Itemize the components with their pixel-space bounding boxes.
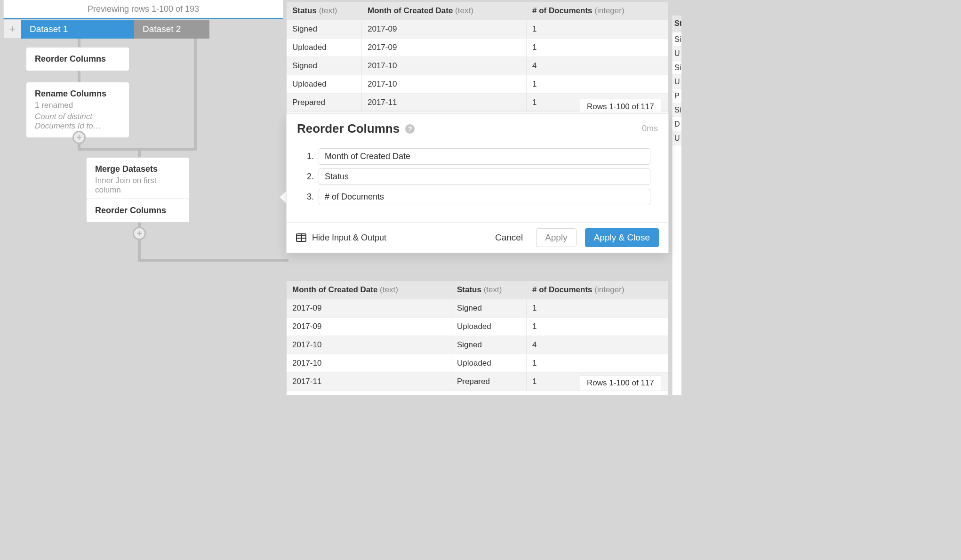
column-header-docs[interactable]: # of Documents (integer): [527, 2, 668, 20]
apply-button[interactable]: Apply: [536, 228, 577, 247]
connector: [138, 148, 197, 151]
cancel-button[interactable]: Cancel: [490, 230, 528, 246]
list-index: 1.: [304, 152, 314, 161]
reorder-list-item: 1. Month of Created Date: [304, 148, 650, 165]
step-title: Merge Datasets: [95, 164, 181, 174]
connector: [138, 259, 288, 262]
table-row: 2017-09 Uploaded 1: [287, 318, 668, 336]
table-icon: [296, 233, 306, 242]
step-title: Reorder Columns: [95, 206, 181, 216]
step-reorder-columns-1[interactable]: Reorder Columns: [26, 47, 129, 71]
peek-header: St: [673, 16, 681, 32]
connector: [138, 148, 141, 157]
step-title: Rename Columns: [35, 89, 120, 99]
table-body: Signed 2017-09 1 Uploaded 2017-09 1 Sign…: [287, 20, 668, 112]
table-row: 2017-10 Uploaded 1: [287, 354, 668, 373]
insert-step-button-2[interactable]: +: [133, 227, 146, 240]
toggle-input-output-button[interactable]: Hide Input & Output: [296, 233, 386, 243]
connector: [138, 236, 141, 262]
add-dataset-button[interactable]: +: [3, 20, 21, 39]
dialog-timing: 0ms: [642, 124, 658, 134]
table-row: Uploaded 2017-09 1: [287, 39, 668, 57]
table-row: Uploaded 2017-10 1: [287, 75, 668, 94]
reorder-field-1[interactable]: Month of Created Date: [319, 148, 650, 165]
column-header-status[interactable]: Status (text): [451, 281, 527, 299]
list-index: 2.: [304, 172, 314, 182]
step-rename-columns[interactable]: Rename Columns 1 renamed Count of distin…: [26, 82, 129, 138]
insert-step-button-1[interactable]: +: [72, 131, 86, 144]
table-row: 2017-10 Signed 4: [287, 336, 668, 354]
step-subtitle: 1 renamed: [35, 101, 120, 110]
table-row: Signed 2017-09 1: [287, 20, 668, 39]
reorder-list: 1. Month of Created Date 2. Status 3. # …: [304, 148, 650, 205]
column-header-month[interactable]: Month of Created Date (text): [287, 281, 451, 299]
reorder-field-2[interactable]: Status: [319, 168, 650, 185]
toggle-label: Hide Input & Output: [312, 233, 386, 243]
table-header-row: Month of Created Date (text) Status (tex…: [287, 281, 668, 299]
list-index: 3.: [304, 192, 314, 202]
column-header-docs[interactable]: # of Documents (integer): [527, 281, 668, 299]
input-rows-badge: Rows 1-100 of 117: [580, 99, 661, 115]
reorder-list-item: 3. # of Documents: [304, 189, 650, 205]
step-merge-datasets[interactable]: Merge Datasets Inner Join on first colum…: [86, 157, 190, 202]
dialog-body: 1. Month of Created Date 2. Status 3. # …: [287, 140, 668, 222]
table-header-row: Status (text) Month of Created Date (tex…: [287, 2, 668, 20]
step-title: Reorder Columns: [35, 54, 120, 64]
preview-rows-text: Previewing rows 1-100 of 193: [88, 4, 199, 14]
output-rows-badge: Rows 1-100 of 117: [580, 375, 661, 391]
reorder-columns-dialog: Reorder Columns ? 0ms 1. Month of Create…: [287, 114, 668, 253]
table-row: 2017-09 Signed 1: [287, 299, 668, 318]
connector: [194, 39, 197, 151]
step-reorder-columns-2[interactable]: Reorder Columns: [86, 199, 190, 223]
reorder-field-3[interactable]: # of Documents: [319, 189, 650, 205]
plus-icon: +: [9, 23, 16, 35]
connector: [78, 148, 138, 151]
tab-dataset-2[interactable]: Dataset 2: [134, 20, 209, 39]
step-detail: Count of distinct Documents Id to…: [35, 112, 120, 131]
tab-label: Dataset 2: [143, 24, 181, 34]
input-preview-table: Status (text) Month of Created Date (tex…: [287, 2, 668, 114]
dialog-title: Reorder Columns ?: [297, 121, 415, 136]
column-header-month[interactable]: Month of Created Date (text): [362, 2, 527, 20]
preview-rows-bar: Previewing rows 1-100 of 193: [3, 0, 283, 19]
table-row: Signed 2017-10 4: [287, 57, 668, 75]
reorder-list-item: 2. Status: [304, 168, 650, 185]
dialog-header: Reorder Columns ? 0ms: [287, 114, 668, 140]
dataset-tabs: + Dataset 1 ▼ Dataset 2: [3, 20, 209, 39]
tab-dataset-1[interactable]: Dataset 1 ▼: [21, 20, 134, 39]
tab-label: Dataset 1: [30, 24, 68, 34]
dialog-footer: Hide Input & Output Cancel Apply Apply &…: [287, 222, 668, 253]
dialog-pointer: [280, 191, 287, 204]
column-header-status[interactable]: Status (text): [287, 2, 362, 20]
connector: [78, 39, 80, 47]
step-subtitle: Inner Join on first column: [95, 176, 181, 195]
apply-and-close-button[interactable]: Apply & Close: [585, 228, 659, 247]
help-icon[interactable]: ?: [405, 124, 415, 134]
